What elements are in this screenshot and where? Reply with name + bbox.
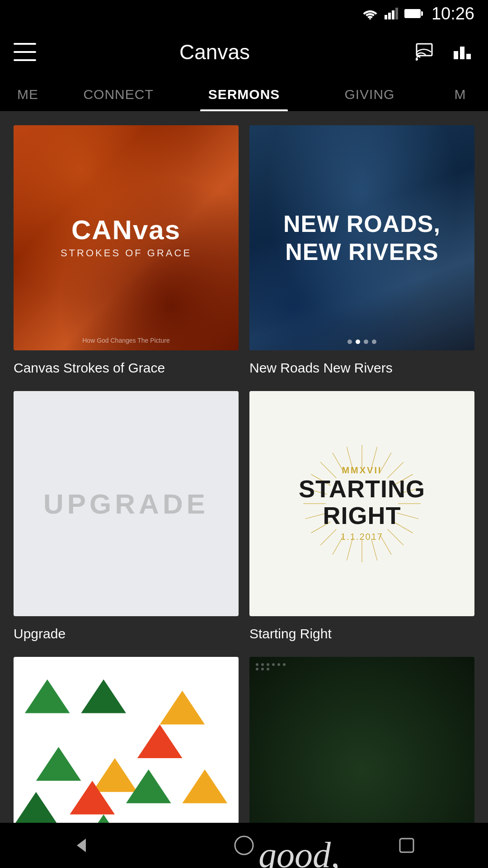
svg-marker-34 [25, 679, 70, 713]
home-icon [233, 834, 255, 857]
roads-dot-3 [364, 340, 368, 344]
roads-dot-2 [356, 340, 360, 344]
svg-point-6 [416, 58, 418, 61]
roads-dot-4 [372, 340, 376, 344]
svg-rect-1 [385, 15, 387, 19]
recent-button[interactable] [389, 827, 425, 863]
svg-rect-4 [395, 8, 398, 19]
svg-rect-2 [388, 13, 391, 19]
svg-rect-8 [460, 47, 465, 59]
svg-rect-7 [454, 51, 458, 59]
tab-connect[interactable]: CONNECT [56, 77, 181, 111]
sermon-title-new-roads: New Roads New Rivers [249, 359, 474, 377]
sermon-thumbnail-starting-right: MMXVII STARTINGRIGHT 1.1.2017 [249, 391, 474, 616]
recent-icon [395, 834, 418, 857]
sermon-card-canvas-strokes[interactable]: CANvas STROKES OF GRACE How God Changes … [14, 125, 239, 377]
roads-dots [249, 340, 474, 344]
good-thumb-text: good, [258, 837, 340, 868]
sermon-thumbnail-new-roads: NEW ROADS,NEW RIVERS [249, 125, 474, 350]
svg-marker-43 [183, 769, 228, 803]
signal-icon [385, 8, 398, 19]
canvas-thumb-title: CANvas [61, 217, 192, 244]
back-button[interactable] [63, 827, 99, 863]
starting-mmxvii: MMXVII [299, 465, 425, 476]
cast-icon[interactable] [416, 43, 438, 61]
svg-point-48 [235, 836, 253, 854]
status-time: 10:26 [432, 4, 474, 24]
upgrade-thumb-text: UPGRADE [43, 488, 209, 520]
svg-rect-3 [392, 10, 394, 19]
svg-marker-38 [92, 758, 137, 792]
bottom-nav [0, 823, 488, 868]
analytics-icon[interactable] [452, 43, 474, 61]
sermon-title-upgrade: Upgrade [14, 624, 239, 643]
back-icon [70, 834, 93, 857]
svg-marker-36 [137, 724, 183, 758]
svg-point-0 [369, 18, 371, 19]
tab-giving[interactable]: GIVING [307, 77, 432, 111]
battery-icon [404, 9, 421, 18]
svg-marker-40 [14, 792, 59, 826]
home-button[interactable] [226, 827, 262, 863]
sermon-thumbnail-upgrade: UPGRADE [14, 391, 239, 616]
top-actions [416, 43, 474, 61]
tab-sermons[interactable]: SERMONS [181, 77, 307, 111]
app-bar: Canvas [0, 27, 488, 77]
sermon-grid: CANvas STROKES OF GRACE How God Changes … [14, 125, 474, 868]
roads-dot-1 [347, 340, 352, 344]
sermon-title-canvas-strokes: Canvas Strokes of Grace [14, 359, 239, 377]
svg-marker-39 [160, 691, 205, 725]
canvas-thumb-subtitle: STROKES OF GRACE [61, 247, 192, 259]
svg-marker-37 [36, 747, 81, 781]
svg-rect-9 [466, 54, 471, 59]
burst-container: MMXVII STARTINGRIGHT 1.1.2017 [299, 440, 425, 567]
content-area: CANvas STROKES OF GRACE How God Changes … [0, 112, 488, 868]
svg-marker-47 [77, 839, 86, 852]
svg-rect-49 [400, 839, 413, 852]
tab-bar: ME CONNECT SERMONS GIVING M [0, 77, 488, 112]
canvas-thumb-caption: How God Changes The Picture [14, 337, 239, 344]
sermon-title-starting-right: Starting Right [249, 624, 474, 643]
starting-date: 1.1.2017 [299, 532, 425, 542]
tab-me[interactable]: ME [0, 77, 56, 111]
sermon-card-new-roads[interactable]: NEW ROADS,NEW RIVERS New Roads New River… [249, 125, 474, 377]
roads-thumb-text: NEW ROADS,NEW RIVERS [283, 210, 441, 266]
svg-marker-35 [81, 679, 126, 713]
tab-more[interactable]: M [432, 77, 488, 111]
starting-main-text: STARTINGRIGHT [299, 476, 425, 529]
good-dots-pattern [256, 663, 286, 670]
sermon-card-starting-right[interactable]: MMXVII STARTINGRIGHT 1.1.2017 Starting R… [249, 391, 474, 643]
sermon-card-upgrade[interactable]: UPGRADE Upgrade [14, 391, 239, 643]
status-icons: 10:26 [362, 4, 474, 24]
status-bar: 10:26 [0, 0, 488, 27]
starting-text: MMXVII STARTINGRIGHT 1.1.2017 [299, 465, 425, 542]
wifi-icon [362, 8, 378, 19]
sermon-thumbnail-canvas-strokes: CANvas STROKES OF GRACE How God Changes … [14, 125, 239, 350]
app-title: Canvas [14, 40, 416, 64]
